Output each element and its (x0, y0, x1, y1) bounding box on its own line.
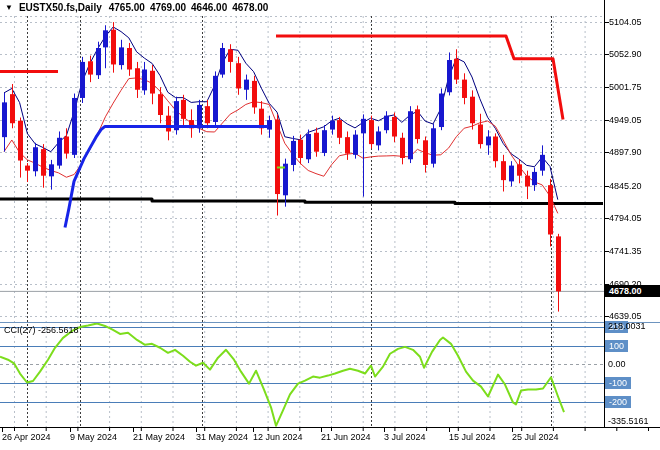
cci-zero-label: 0.00 (608, 359, 626, 369)
date-axis-label: 3 Jul 2024 (384, 432, 426, 442)
price-axis-label: 4741.35 (609, 246, 642, 256)
low-value: 4646.00 (191, 2, 227, 13)
price-axis-label: 4949.05 (609, 115, 642, 125)
cci-scale-max: 218.0031 (608, 321, 646, 331)
date-axis-label: 21 May 2024 (133, 432, 185, 442)
trading-chart-window: ▼ EUSTX50.fs,Daily 4765.00 4769.00 4646.… (0, 0, 660, 450)
open-value: 4765.00 (109, 2, 145, 13)
chart-plot-area[interactable] (0, 0, 660, 450)
high-value: 4769.00 (150, 2, 186, 13)
cci-scale-min: -335.5161 (608, 416, 649, 426)
date-axis-label: 26 Apr 2024 (2, 432, 51, 442)
price-axis-label: 5001.75 (609, 82, 642, 92)
indicator-label: CCI(27) -256.5618 (4, 325, 79, 335)
price-axis-label: 4639.05 (609, 311, 642, 321)
cci-level-tag: -200 (605, 396, 631, 408)
date-axis-label: 12 Jun 2024 (253, 432, 303, 442)
date-axis-label: 15 Jul 2024 (449, 432, 496, 442)
date-axis-label: 25 Jul 2024 (512, 432, 559, 442)
current-price-tag: 4678.00 (605, 285, 660, 297)
chart-dropdown-icon[interactable]: ▼ (5, 4, 13, 12)
cci-level-tag: 100 (605, 340, 628, 352)
close-value: 4678.00 (232, 2, 268, 13)
date-axis-label: 21 Jun 2024 (321, 432, 371, 442)
chart-title-bar: ▼ EUSTX50.fs,Daily 4765.00 4769.00 4646.… (0, 0, 604, 15)
date-axis[interactable]: 26 Apr 20249 May 202421 May 202431 May 2… (0, 428, 660, 450)
price-axis-label: 4794.05 (609, 213, 642, 223)
indicator-current-value: -256.5618 (38, 325, 79, 335)
date-axis-label: 9 May 2024 (70, 432, 117, 442)
cci-level-tag: -100 (605, 377, 631, 389)
price-axis-label: 5052.90 (609, 49, 642, 59)
date-axis-label: 31 May 2024 (196, 432, 248, 442)
price-axis-label: 4845.20 (609, 181, 642, 191)
symbol-period-label: EUSTX50.fs,Daily (19, 2, 102, 13)
price-axis-label: 4897.90 (609, 147, 642, 157)
price-axis-label: 5104.05 (609, 17, 642, 27)
